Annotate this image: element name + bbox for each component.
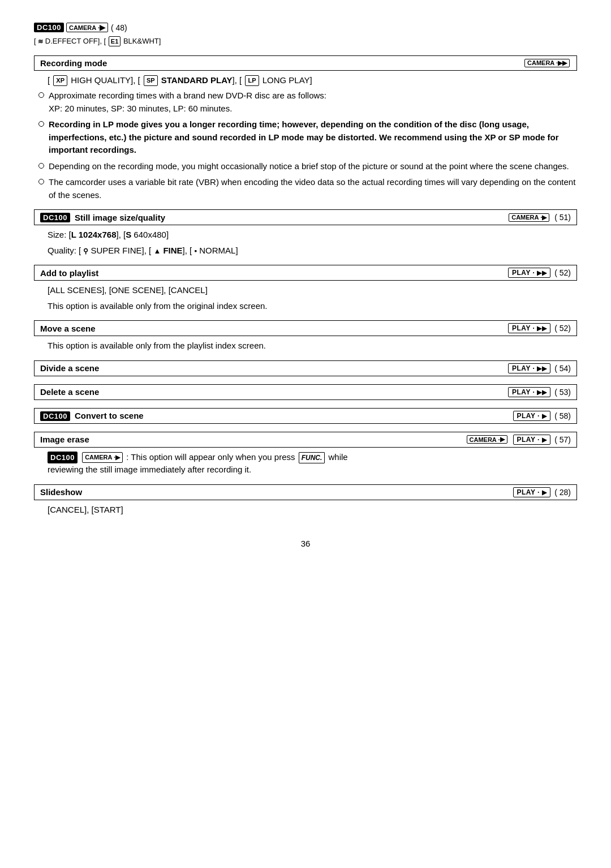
add-to-playlist-line1: [ALL SCENES], [ONE SCENE], [CANCEL] <box>48 284 577 297</box>
bullet-item-4: The camcorder uses a variable bit rate (… <box>38 176 577 201</box>
move-scene-badge: PLAY · ▶▶ ( 52) <box>507 323 571 333</box>
add-to-playlist-badge: PLAY · ▶▶ ( 52) <box>507 268 571 278</box>
recording-mode-title: Recording mode <box>40 58 523 68</box>
image-erase-badge: CAMERA · ▶ PLAY · ▶ ( 57) <box>466 435 571 445</box>
dc100-badge-erase-note: DC100 <box>48 452 78 464</box>
camera-badge-top: CAMERA · ▶ <box>66 23 108 32</box>
image-erase-header: Image erase CAMERA · ▶ PLAY · ▶ ( 57) <box>34 432 577 448</box>
recording-mode-quality-line: [ XP HIGH QUALITY], [ SP STANDARD PLAY],… <box>48 74 577 87</box>
convert-scene-title: Convert to scene <box>75 411 512 420</box>
divide-scene-title: Divide a scene <box>40 363 507 373</box>
recording-mode-badge: CAMERA · ▶▶ <box>523 59 571 67</box>
add-to-playlist-title: Add to playlist <box>40 268 507 278</box>
slideshow-title: Slideshow <box>40 487 512 497</box>
move-scene-line1: This option is available only from the p… <box>48 340 577 353</box>
dc100-badge-top: DC100 <box>34 23 64 32</box>
bullet-item-2: Recording in LP mode gives you a longer … <box>38 118 577 157</box>
add-to-playlist-line2: This option is available only from the o… <box>48 300 577 313</box>
still-image-title: Still image size/quality <box>75 213 507 222</box>
top-line-1: DC100 CAMERA · ▶ ( 48) <box>34 23 577 32</box>
recording-mode-header: Recording mode CAMERA · ▶▶ <box>34 55 577 71</box>
delete-scene-title: Delete a scene <box>40 387 507 397</box>
top-ref: ( 48) <box>111 23 127 32</box>
image-erase-note-text: : This option will appear only when you … <box>126 452 297 462</box>
dc100-badge-still: DC100 <box>40 213 70 222</box>
still-quality-line: Quality: [ ⚲ SUPER FINE], [ ▲ FINE], [ ▪… <box>48 244 577 257</box>
still-image-header: DC100 Still image size/quality CAMERA · … <box>34 209 577 225</box>
still-size-line: Size: [L 1024x768], [S 640x480] <box>48 229 577 242</box>
page-number: 36 <box>34 539 577 548</box>
slideshow-header: Slideshow PLAY · ▶ ( 28) <box>34 484 577 500</box>
page-content: DC100 CAMERA · ▶ ( 48) [ ≋ D.EFFECT OFF]… <box>34 23 577 548</box>
dc100-badge-convert: DC100 <box>40 411 70 421</box>
delete-scene-header: Delete a scene PLAY · ▶▶ ( 53) <box>34 384 577 400</box>
top-line-2: [ ≋ D.EFFECT OFF], [ E1 BLK&WHT] <box>34 35 577 48</box>
still-image-badge: CAMERA · ▶ ( 51) <box>507 213 571 222</box>
slideshow-line1: [CANCEL], [START] <box>48 504 577 517</box>
convert-scene-badge: PLAY · ▶ ( 58) <box>512 411 571 421</box>
image-erase-note: DC100 CAMERA · ▶ : This option will appe… <box>48 451 577 476</box>
bullet-item-3: Depending on the recording mode, you mig… <box>38 160 577 173</box>
func-badge: FUNC. <box>299 452 325 463</box>
convert-scene-header: DC100 Convert to scene PLAY · ▶ ( 58) <box>34 408 577 424</box>
delete-scene-badge: PLAY · ▶▶ ( 53) <box>507 387 571 397</box>
move-scene-header: Move a scene PLAY · ▶▶ ( 52) <box>34 320 577 336</box>
image-erase-title: Image erase <box>40 435 466 444</box>
slideshow-badge: PLAY · ▶ ( 28) <box>512 487 571 497</box>
bullet-item-1: Approximate recording times with a brand… <box>38 89 577 115</box>
add-to-playlist-header: Add to playlist PLAY · ▶▶ ( 52) <box>34 265 577 281</box>
divide-scene-header: Divide a scene PLAY · ▶▶ ( 54) <box>34 360 577 376</box>
recording-mode-bullets: Approximate recording times with a brand… <box>38 89 577 201</box>
move-scene-title: Move a scene <box>40 324 507 333</box>
divide-scene-badge: PLAY · ▶▶ ( 54) <box>507 363 571 373</box>
